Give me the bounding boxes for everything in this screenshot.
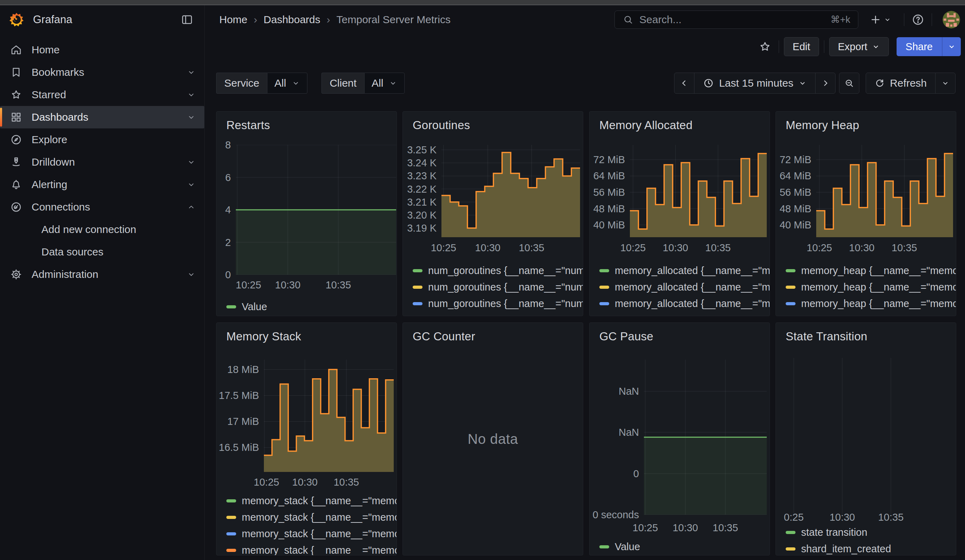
legend-item[interactable]: shard_item_created xyxy=(786,543,891,555)
legend-item[interactable]: memory_stack {__name__="memory_s xyxy=(226,495,397,507)
legend-item[interactable]: memory_stack {__name__="memory_s xyxy=(226,511,397,523)
legend-item[interactable]: memory_heap {__name__="memory_h xyxy=(786,265,956,276)
legend-swatch xyxy=(599,269,609,272)
help-button[interactable] xyxy=(909,11,927,28)
sidebar-item-connections[interactable]: Connections xyxy=(0,196,204,218)
legend-item[interactable]: memory_heap {__name__="memory_h xyxy=(786,281,956,293)
legend-item[interactable]: memory_stack {__name__="memory_s xyxy=(226,545,397,555)
share-button[interactable]: Share xyxy=(896,37,942,56)
drill-icon xyxy=(10,156,23,168)
panel-title[interactable]: Memory Stack xyxy=(226,330,301,343)
legend-label: num_goroutines {__name__="num_go xyxy=(428,265,583,276)
x-axis-label: 10:30 xyxy=(662,522,708,533)
chevron-down-icon xyxy=(187,90,196,99)
legend-item[interactable]: memory_stack {__name__="memory_s xyxy=(226,528,397,540)
refresh-label: Refresh xyxy=(890,77,927,89)
sidebar-item-starred[interactable]: Starred xyxy=(0,83,204,106)
time-range-group: Last 15 minutes xyxy=(674,73,836,94)
share-menu-button[interactable] xyxy=(942,37,961,56)
client-filter-value[interactable]: All xyxy=(364,73,405,94)
export-button[interactable]: Export xyxy=(829,37,889,56)
sidebar-item-bookmarks[interactable]: Bookmarks xyxy=(0,61,204,83)
sidebar-toggle-button[interactable] xyxy=(178,11,196,28)
legend-item[interactable]: num_goroutines {__name__="num_go xyxy=(413,265,583,276)
sidebar-item-data-sources[interactable]: Data sources xyxy=(0,241,204,263)
y-axis-label: 56 MiB xyxy=(589,187,625,198)
legend-swatch xyxy=(599,302,609,305)
legend-item[interactable]: num_goroutines {__name__="num_go xyxy=(413,298,583,309)
grid-icon xyxy=(10,111,23,124)
y-axis-label: 3.24 K xyxy=(403,157,437,168)
legend-item[interactable]: num_goroutines {__name__="num_go xyxy=(413,314,583,316)
time-range-label: Last 15 minutes xyxy=(719,77,793,89)
sidebar-item-add-new-connection[interactable]: Add new connection xyxy=(0,218,204,241)
panel-memory-heap[interactable]: Memory Heap 72 MiB64 MiB56 MiB48 MiB40 M… xyxy=(775,111,956,316)
edit-button[interactable]: Edit xyxy=(784,37,819,56)
breadcrumb-separator: › xyxy=(327,14,330,26)
legend-label: memory_stack {__name__="memory_s xyxy=(242,495,397,507)
y-axis-label: 2 xyxy=(216,237,231,248)
legend-swatch xyxy=(599,286,609,289)
legend-swatch xyxy=(226,499,236,503)
legend-item[interactable]: memory_allocated {__name__="memc xyxy=(599,281,770,293)
service-filter-value[interactable]: All xyxy=(267,73,307,94)
time-range-picker[interactable]: Last 15 minutes xyxy=(694,73,816,94)
legend-item[interactable]: memory_heap {__name__="memory_h xyxy=(786,298,956,309)
panel-gc-pause[interactable]: GC Pause NaNNaN00 seconds10:2510:3010:35… xyxy=(589,322,770,555)
sidebar-item-home[interactable]: Home xyxy=(0,39,204,61)
time-shift-forward-button[interactable] xyxy=(815,73,836,94)
breadcrumb-dashboards[interactable]: Dashboards xyxy=(263,14,321,26)
panel-title[interactable]: Memory Allocated xyxy=(599,119,692,132)
legend-label: memory_allocated {__name__="memc xyxy=(615,265,770,276)
panel-title[interactable]: Memory Heap xyxy=(786,119,859,132)
service-filter-selected: All xyxy=(275,77,286,89)
legend-label: shard_item_created xyxy=(801,543,891,555)
legend-swatch xyxy=(226,532,236,536)
refresh-button[interactable]: Refresh xyxy=(866,73,936,94)
clock-icon xyxy=(703,78,714,89)
panel-restarts[interactable]: Restarts 8642010:2510:3010:35Value xyxy=(216,111,397,316)
panel-state-transition[interactable]: State Transition 0:2510:3010:35state tra… xyxy=(775,322,956,555)
y-axis-label: 16.5 MiB xyxy=(216,442,259,453)
y-axis-label: 17 MiB xyxy=(216,416,259,427)
panel-goroutines[interactable]: Goroutines 3.25 K3.24 K3.23 K3.22 K3.21 … xyxy=(402,111,583,316)
user-avatar[interactable] xyxy=(942,11,960,28)
panel-title[interactable]: GC Pause xyxy=(599,330,653,343)
chevron-down-icon xyxy=(187,68,196,77)
legend-item[interactable]: memory_allocated {__name__="memc xyxy=(599,298,770,309)
legend-item[interactable]: num_goroutines {__name__="num_go xyxy=(413,281,583,293)
sidebar-item-administration[interactable]: Administration xyxy=(0,263,204,286)
add-button[interactable] xyxy=(867,13,893,26)
panel-title[interactable]: State Transition xyxy=(786,330,867,343)
refresh-interval-button[interactable] xyxy=(935,73,955,94)
sidebar-item-dashboards[interactable]: Dashboards xyxy=(0,106,204,129)
panel-title[interactable]: Restarts xyxy=(226,119,270,132)
favorite-star-button[interactable] xyxy=(756,38,774,56)
sidebar-item-drilldown[interactable]: Drilldown xyxy=(0,151,204,173)
legend-item[interactable]: state transition xyxy=(786,527,867,538)
search-input[interactable]: Search... ⌘+k xyxy=(615,11,858,29)
legend-item[interactable]: memory_allocated {__name__="memc xyxy=(599,314,770,316)
legend-item[interactable]: Value xyxy=(599,541,640,553)
x-axis-label: 10:30 xyxy=(653,242,698,253)
legend-swatch xyxy=(599,545,609,549)
sidebar-item-explore[interactable]: Explore xyxy=(0,129,204,151)
sidebar-item-alerting[interactable]: Alerting xyxy=(0,173,204,196)
breadcrumb-home[interactable]: Home xyxy=(219,14,247,26)
time-controls: Last 15 minutes Refresh xyxy=(674,73,955,94)
panel-memory-allocated[interactable]: Memory Allocated 72 MiB64 MiB56 MiB48 Mi… xyxy=(589,111,770,316)
panel-gc-counter[interactable]: GC Counter No data xyxy=(402,322,583,555)
brand-title: Grafana xyxy=(33,13,178,26)
legend-item[interactable]: memory_heap {__name__="memory_h xyxy=(786,314,956,316)
time-shift-back-button[interactable] xyxy=(674,73,694,94)
legend-item[interactable]: memory_allocated {__name__="memc xyxy=(599,265,770,276)
legend-item[interactable]: Value xyxy=(226,301,267,313)
panel-title[interactable]: Goroutines xyxy=(413,119,470,132)
zoom-out-button[interactable] xyxy=(839,73,859,94)
panel-memory-stack[interactable]: Memory Stack 18 MiB17.5 MiB17 MiB16.5 Mi… xyxy=(216,322,397,555)
legend-label: Value xyxy=(615,541,640,553)
x-axis-label: 10:25 xyxy=(421,242,466,253)
link-icon xyxy=(10,201,23,213)
y-axis-label: 18 MiB xyxy=(216,364,259,375)
chevron-down-icon xyxy=(187,270,196,279)
